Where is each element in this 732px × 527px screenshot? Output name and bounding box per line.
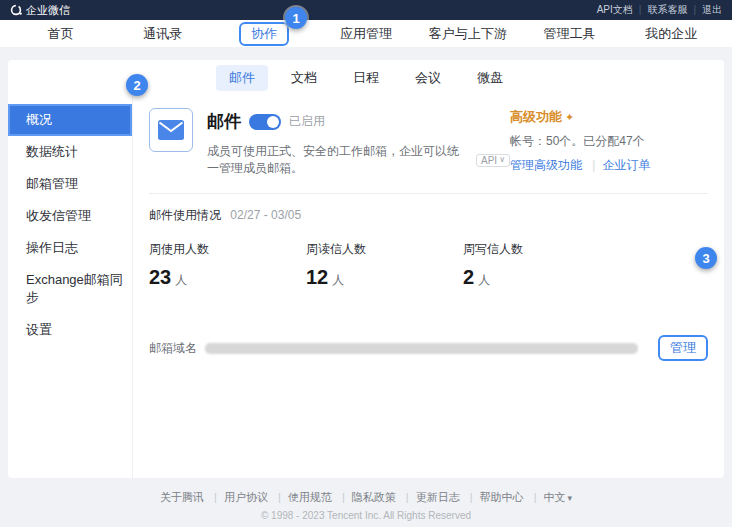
mail-status-text: 已启用 <box>289 113 325 130</box>
nav-item-admin-tools[interactable]: 管理工具 <box>519 22 621 46</box>
stat-unit: 人 <box>175 273 187 287</box>
footer-link-user-agreement[interactable]: 用户协议 <box>207 491 268 503</box>
topbar-link-api-docs[interactable]: API文档 <box>597 3 633 17</box>
nav-item-contacts-label: 通讯录 <box>133 22 192 46</box>
language-label: 中文 <box>544 491 566 503</box>
premium-title: 高级功能✦ <box>510 108 708 126</box>
footer: 关于腾讯 用户协议 使用规范 隐私政策 更新日志 帮助中心 中文▾ © 1998… <box>0 490 732 521</box>
tab-docs[interactable]: 文档 <box>278 65 330 91</box>
usage-date-range: 02/27 - 03/05 <box>230 208 301 222</box>
caret-down-icon: ▾ <box>568 493 573 503</box>
nav-item-apps-label: 应用管理 <box>330 22 402 46</box>
nav-item-apps[interactable]: 应用管理 <box>315 22 417 46</box>
annotation-badge-1: 1 <box>285 7 307 29</box>
nav-item-home[interactable]: 首页 <box>10 22 112 46</box>
annotation-badge-2: 2 <box>126 74 148 96</box>
tab-meeting[interactable]: 会议 <box>402 65 454 91</box>
stat-value: 23 <box>149 266 171 288</box>
content-card: 邮件 文档 日程 会议 微盘 概况 数据统计 邮箱管理 收发信管理 操作日志 E… <box>8 60 724 478</box>
tab-calendar[interactable]: 日程 <box>340 65 392 91</box>
sidebar-item-settings[interactable]: 设置 <box>8 314 132 346</box>
nav-item-home-label: 首页 <box>38 22 84 46</box>
nav-item-collaboration-label: 协作 <box>239 22 289 46</box>
nav-item-contacts[interactable]: 通讯录 <box>112 22 214 46</box>
sidebar-item-statistics[interactable]: 数据统计 <box>8 136 132 168</box>
mail-description: 成员可使用正式、安全的工作邮箱，企业可以统一管理成员邮箱。 <box>207 143 470 177</box>
page-body: 邮件 文档 日程 会议 微盘 概况 数据统计 邮箱管理 收发信管理 操作日志 E… <box>0 47 732 527</box>
manage-premium-link[interactable]: 管理高级功能 <box>510 158 582 172</box>
wecom-admin-screen: 企业微信 API文档 联系客服 退出 首页 通讯录 协作 应用管理 客户与上下游… <box>0 0 732 527</box>
mail-header: 邮件 已启用 成员可使用正式、安全的工作邮箱，企业可以统一管理成员邮箱。 API… <box>149 108 708 177</box>
stat-unit: 人 <box>478 273 490 287</box>
footer-link-usage-rules[interactable]: 使用规范 <box>271 491 332 503</box>
premium-panel: 高级功能✦ 帐号：50个。已分配47个 管理高级功能 企业订单 <box>510 108 708 177</box>
secondary-tabs: 邮件 文档 日程 会议 微盘 <box>8 60 724 96</box>
sidebar-item-overview[interactable]: 概况 <box>8 104 132 136</box>
stat-weekly-readers: 周读信人数 12人 <box>306 241 463 289</box>
usage-title-row: 邮件使用情况 02/27 - 03/05 <box>149 207 708 224</box>
annotation-badge-3: 3 <box>695 247 717 269</box>
usage-title: 邮件使用情况 <box>149 208 221 222</box>
sidebar-item-operation-log[interactable]: 操作日志 <box>8 232 132 264</box>
mail-overview-panel: 邮件 已启用 成员可使用正式、安全的工作邮箱，企业可以统一管理成员邮箱。 API… <box>133 96 724 478</box>
footer-link-help-center[interactable]: 帮助中心 <box>463 491 524 503</box>
section-divider <box>149 193 708 194</box>
mail-title: 邮件 <box>207 110 241 133</box>
sidebar-item-exchange-sync[interactable]: Exchange邮箱同步 <box>8 264 132 314</box>
premium-title-text: 高级功能 <box>510 109 562 124</box>
sidebar-item-mailbox-management[interactable]: 邮箱管理 <box>8 168 132 200</box>
mail-enabled-toggle[interactable] <box>249 114 281 130</box>
stat-value: 12 <box>306 266 328 288</box>
main-nav: 首页 通讯录 协作 应用管理 客户与上下游 管理工具 我的企业 <box>0 20 732 47</box>
topbar-link-support[interactable]: 联系客服 <box>633 3 688 17</box>
stat-label: 周写信人数 <box>463 241 620 258</box>
api-tag-label: API <box>481 155 497 166</box>
usage-stats: 周使用人数 23人 周读信人数 12人 周写信人数 2人 <box>149 241 708 289</box>
mail-icon <box>149 108 193 152</box>
manage-domain-button[interactable]: 管理 <box>658 335 708 361</box>
tab-mail[interactable]: 邮件 <box>216 65 268 91</box>
sparkle-icon: ✦ <box>565 111 574 123</box>
language-selector[interactable]: 中文▾ <box>527 491 572 503</box>
tab-drive[interactable]: 微盘 <box>464 65 516 91</box>
premium-links: 管理高级功能 企业订单 <box>510 157 708 174</box>
footer-link-about[interactable]: 关于腾讯 <box>160 491 204 503</box>
stat-value: 2 <box>463 266 474 288</box>
stat-weekly-writers: 周写信人数 2人 <box>463 241 620 289</box>
footer-link-changelog[interactable]: 更新日志 <box>399 491 460 503</box>
toggle-knob <box>267 116 279 128</box>
nav-item-customers[interactable]: 客户与上下游 <box>417 22 519 46</box>
copyright: © 1998 - 2023 Tencent Inc. All Rights Re… <box>0 510 732 521</box>
enterprise-orders-link[interactable]: 企业订单 <box>585 158 650 172</box>
sidebar: 概况 数据统计 邮箱管理 收发信管理 操作日志 Exchange邮箱同步 设置 <box>8 96 133 478</box>
chevron-down-icon: ∨ <box>499 156 505 164</box>
sidebar-item-send-receive[interactable]: 收发信管理 <box>8 200 132 232</box>
footer-link-privacy[interactable]: 隐私政策 <box>335 491 396 503</box>
stat-label: 周使用人数 <box>149 241 306 258</box>
card-body: 概况 数据统计 邮箱管理 收发信管理 操作日志 Exchange邮箱同步 设置 <box>8 96 724 478</box>
brand[interactable]: 企业微信 <box>10 3 70 18</box>
brand-name: 企业微信 <box>26 3 70 18</box>
mail-domain-redacted-value <box>205 343 638 354</box>
premium-accounts: 帐号：50个。已分配47个 <box>510 133 708 150</box>
mail-domain-label: 邮箱域名 <box>149 340 205 357</box>
footer-links: 关于腾讯 用户协议 使用规范 隐私政策 更新日志 帮助中心 中文▾ <box>0 490 732 505</box>
mail-info: 邮件 已启用 成员可使用正式、安全的工作邮箱，企业可以统一管理成员邮箱。 API… <box>207 108 510 177</box>
topbar-link-logout[interactable]: 退出 <box>687 3 722 17</box>
wecom-logo-icon <box>10 4 22 16</box>
topbar-links: API文档 联系客服 退出 <box>597 3 722 17</box>
nav-item-customers-label: 客户与上下游 <box>419 22 517 46</box>
topbar: 企业微信 API文档 联系客服 退出 <box>0 0 732 20</box>
mail-domain-row: 邮箱域名 管理 <box>149 335 708 361</box>
nav-item-my-company-label: 我的企业 <box>635 22 707 46</box>
stat-unit: 人 <box>332 273 344 287</box>
stat-label: 周读信人数 <box>306 241 463 258</box>
nav-item-admin-tools-label: 管理工具 <box>533 22 605 46</box>
nav-item-my-company[interactable]: 我的企业 <box>620 22 722 46</box>
stat-weekly-users: 周使用人数 23人 <box>149 241 306 289</box>
api-tag[interactable]: API ∨ <box>476 154 510 167</box>
